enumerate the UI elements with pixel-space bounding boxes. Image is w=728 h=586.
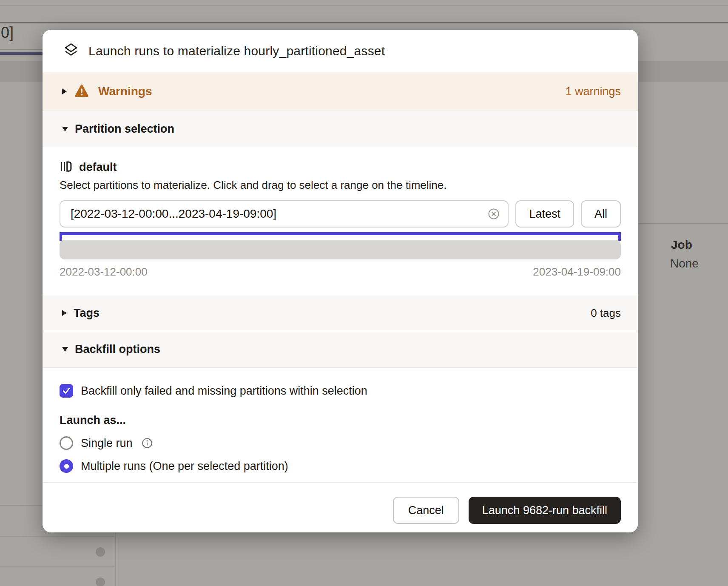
bg-row-dot (96, 547, 105, 557)
bg-partial-input-text: 0] (1, 24, 14, 42)
cancel-button[interactable]: Cancel (393, 497, 459, 524)
tags-header[interactable]: Tags 0 tags (43, 295, 638, 331)
bg-row-divider (0, 5, 728, 6)
all-button[interactable]: All (581, 200, 621, 228)
bg-row-divider (0, 566, 116, 567)
warnings-count: 1 warnings (565, 85, 621, 98)
backfill-options-body: Backfill only failed and missing partiti… (43, 368, 638, 482)
backfill-options-header[interactable]: Backfill options (43, 331, 638, 368)
radio-unselected[interactable] (60, 436, 73, 450)
dialog-header: Launch runs to materialize hourly_partit… (43, 30, 638, 72)
checkbox-label: Backfill only failed and missing partiti… (81, 384, 367, 398)
materialize-layers-icon (63, 42, 79, 60)
dialog-title: Launch runs to materialize hourly_partit… (88, 44, 385, 58)
warnings-label: Warnings (98, 85, 152, 98)
latest-button[interactable]: Latest (515, 200, 574, 228)
partition-set-icon (60, 160, 72, 174)
chevron-right-icon (62, 310, 67, 316)
dimension-name: default (79, 161, 117, 174)
launch-backfill-dialog: Launch runs to materialize hourly_partit… (43, 30, 638, 532)
timeline-start-date: 2022-03-12-00:00 (60, 265, 148, 279)
partition-range-input[interactable] (60, 200, 509, 228)
bg-row-divider (0, 22, 728, 23)
bg-row-divider (0, 536, 116, 537)
launch-backfill-button[interactable]: Launch 9682-run backfill (469, 497, 621, 524)
single-run-option[interactable]: Single run (60, 436, 621, 450)
launch-as-label: Launch as... (60, 414, 621, 427)
clear-selection-icon[interactable] (487, 208, 500, 220)
tags-count: 0 tags (591, 307, 621, 320)
partition-selection-header[interactable]: Partition selection (43, 111, 638, 147)
partition-selection-label: Partition selection (75, 122, 174, 136)
partition-range-input-wrap (60, 200, 509, 228)
partition-selection-body: default Select partitions to materialize… (43, 147, 638, 295)
warning-triangle-icon (74, 84, 89, 99)
bg-row-dot (96, 577, 105, 586)
backfill-options-label: Backfill options (75, 343, 160, 356)
partition-timeline-bar[interactable] (60, 240, 621, 259)
bg-column-divider (115, 532, 116, 586)
dialog-footer: Cancel Launch 9682-run backfill (43, 482, 638, 532)
check-icon (62, 386, 71, 395)
chevron-down-icon (62, 127, 68, 131)
bg-row-divider (638, 223, 728, 224)
dimension-row: default (60, 160, 621, 174)
warnings-row[interactable]: Warnings 1 warnings (43, 72, 638, 111)
timeline-end-date: 2023-04-19-09:00 (533, 265, 621, 279)
multiple-runs-label: Multiple runs (One per selected partitio… (81, 460, 288, 473)
radio-dot (64, 464, 69, 469)
bg-job-column-header: Job (671, 238, 692, 252)
single-run-label: Single run (81, 437, 133, 450)
partition-selection-description: Select partitions to materialize. Click … (60, 179, 621, 192)
info-icon[interactable] (141, 437, 153, 449)
chevron-right-icon (62, 88, 67, 94)
bg-job-column-value: None (670, 257, 699, 270)
tags-label: Tags (74, 307, 100, 320)
timeline-date-labels: 2022-03-12-00:00 2023-04-19-09:00 (60, 265, 621, 295)
failed-missing-checkbox-row[interactable]: Backfill only failed and missing partiti… (60, 384, 621, 398)
checkbox-checked[interactable] (60, 384, 73, 398)
radio-selected[interactable] (60, 459, 73, 473)
partition-range-row: Latest All (60, 200, 621, 228)
multiple-runs-option[interactable]: Multiple runs (One per selected partitio… (60, 459, 621, 473)
selected-range-indicator (60, 232, 621, 241)
chevron-down-icon (62, 347, 68, 352)
